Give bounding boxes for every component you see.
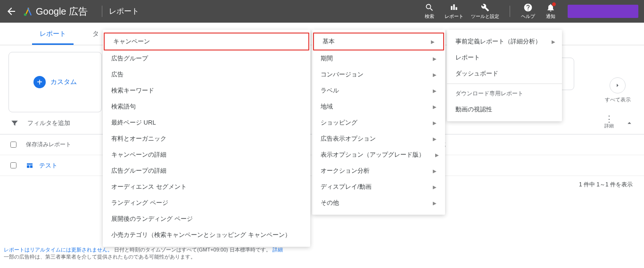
bar-chart-icon (449, 3, 459, 12)
add-filter-label[interactable]: フィルタを追加 (27, 119, 70, 127)
menu2-conversion[interactable]: コンバージョン▶ (312, 67, 445, 83)
chevron-up-icon[interactable] (625, 119, 634, 127)
menu1-campaign[interactable]: キャンペーン (104, 33, 309, 50)
menu1-paidorganic[interactable]: 有料とオーガニック (103, 131, 310, 147)
chevron-right-icon: ▶ (433, 168, 437, 174)
chevron-right-icon: ▶ (433, 56, 437, 61)
chevron-right-icon: ▶ (433, 201, 437, 206)
select-all-checkbox[interactable] (10, 142, 17, 148)
search-button[interactable]: 検索 (418, 1, 441, 22)
footer-text-1: 日付と時刻のタイムゾーンはすべて(GMT+09:00) 日本標準時です。 (113, 247, 272, 252)
menu2-period[interactable]: 期間▶ (312, 50, 445, 67)
menu1-searchterm[interactable]: 検索語句 (103, 99, 310, 115)
menu1-adgroup[interactable]: 広告グループ (103, 50, 310, 67)
menu1-keyword[interactable]: 検索キーワード (103, 83, 310, 99)
chevron-right-icon: ▶ (433, 184, 437, 190)
search-label: 検索 (425, 13, 434, 20)
chevron-right-icon: ▶ (433, 104, 437, 109)
category-submenu: 基本▶ 期間▶ コンバージョン▶ ラベル▶ 地域▶ ショッピング▶ 広告表示オプ… (312, 30, 445, 215)
account-chip[interactable] (568, 5, 638, 18)
main-dropdown-menu: 事前定義レポート（詳細分析）▶ レポート ダッシュボード ダウンロード専用レポー… (447, 30, 562, 121)
header-divider-2 (510, 6, 510, 17)
menu1-adgroupdetail[interactable]: 広告グループの詳細 (103, 163, 310, 179)
notification-badge-icon (552, 2, 556, 7)
menu3-video[interactable]: 動画の視認性 (447, 101, 562, 117)
tools-label: ツールと設定 (471, 13, 499, 20)
chevron-right-icon: ▶ (552, 39, 555, 44)
chevron-right-icon (614, 82, 621, 89)
row-checkbox[interactable] (10, 162, 17, 168)
menu1-ad[interactable]: 広告 (103, 67, 310, 83)
ads-logo-icon (23, 6, 34, 17)
custom-report-card[interactable]: + カスタム (8, 52, 102, 112)
detail-submenu: キャンペーン 広告グループ 広告 検索キーワード 検索語句 最終ページ URL … (103, 30, 310, 247)
footer-detail-link[interactable]: 詳細 (272, 247, 283, 252)
menu2-basic[interactable]: 基本▶ (313, 33, 444, 50)
header-right: 検索 レポート ツールと設定 ヘルプ 通知 (418, 1, 638, 22)
page-title: レポート (109, 7, 139, 17)
report-label: レポート (445, 13, 463, 20)
search-icon (425, 3, 434, 12)
help-icon (523, 3, 533, 12)
chevron-right-icon: ▶ (431, 39, 435, 44)
menu2-label[interactable]: ラベル▶ (312, 83, 445, 99)
menu2-region[interactable]: 地域▶ (312, 99, 445, 115)
plus-icon: + (33, 76, 46, 88)
custom-label: カスタム (50, 78, 77, 86)
menu1-campaigndetail[interactable]: キャンペーンの詳細 (103, 147, 310, 163)
footer-link-1[interactable]: レポートはリアルタイムには更新されません。 (4, 247, 113, 252)
table-report-icon (26, 162, 33, 169)
tab-report[interactable]: レポート (26, 23, 79, 45)
header-divider (102, 6, 102, 17)
menu2-upgraded[interactable]: 表示オプション（アップグレード版）▶ (312, 147, 445, 163)
product-name: Google 広告 (36, 5, 88, 18)
notif-label: 通知 (546, 13, 555, 20)
show-all-card[interactable]: すべて表示 (600, 77, 636, 103)
menu2-auction[interactable]: オークション分析▶ (312, 163, 445, 179)
menu2-display[interactable]: ディスプレイ/動画▶ (312, 179, 445, 195)
chevron-right-icon: ▶ (433, 120, 437, 126)
menu2-shopping[interactable]: ショッピング▶ (312, 115, 445, 131)
menu3-report[interactable]: レポート (447, 50, 562, 66)
product-logo[interactable]: Google 広告 (23, 5, 88, 18)
chevron-right-icon: ▶ (435, 152, 439, 158)
wrench-icon (480, 3, 490, 12)
help-label: ヘルプ (521, 13, 535, 20)
chevron-right-icon: ▶ (433, 72, 437, 77)
chevron-right-icon: ▶ (433, 88, 437, 93)
svg-point-0 (24, 13, 27, 16)
vertical-dots-icon: ⋮ (605, 117, 613, 121)
menu2-other[interactable]: その他▶ (312, 195, 445, 211)
chevron-right-icon: ▶ (433, 136, 437, 142)
chevron-right-circle (610, 77, 626, 93)
more-label: 詳細 (604, 123, 614, 129)
back-arrow-icon[interactable] (6, 6, 17, 17)
menu1-landing[interactable]: ランディング ページ (103, 195, 310, 211)
app-header: Google 広告 レポート 検索 レポート ツールと設定 ヘルプ 通知 (0, 0, 644, 23)
footer-text-2: 一部の広告枠は、第三者事業者を介して提供されたものである可能性があります。 (4, 254, 196, 260)
tools-button[interactable]: ツールと設定 (467, 1, 503, 22)
show-all-label: すべて表示 (600, 96, 636, 103)
menu3-section-label: ダウンロード専用レポート (447, 86, 562, 101)
menu3-predefined[interactable]: 事前定義レポート（詳細分析）▶ (447, 34, 562, 50)
help-button[interactable]: ヘルプ (517, 1, 539, 22)
more-menu[interactable]: ⋮ 詳細 (604, 117, 614, 129)
menu1-retail[interactable]: 小売カテゴリ（検索キャンペーンとショッピング キャンペーン） (103, 227, 310, 243)
menu3-dashboard[interactable]: ダッシュボード (447, 66, 562, 82)
menu-separator (447, 84, 562, 84)
menu2-extensions[interactable]: 広告表示オプション▶ (312, 131, 445, 147)
filter-icon[interactable] (10, 119, 19, 127)
menu1-audience[interactable]: オーディエンス セグメント (103, 179, 310, 195)
notifications-button[interactable]: 通知 (539, 1, 562, 22)
report-name-link[interactable]: テスト (39, 161, 58, 170)
menu1-finalurl[interactable]: 最終ページ URL (103, 115, 310, 131)
report-button[interactable]: レポート (441, 1, 467, 22)
menu1-expanded[interactable]: 展開後のランディング ページ (103, 211, 310, 227)
